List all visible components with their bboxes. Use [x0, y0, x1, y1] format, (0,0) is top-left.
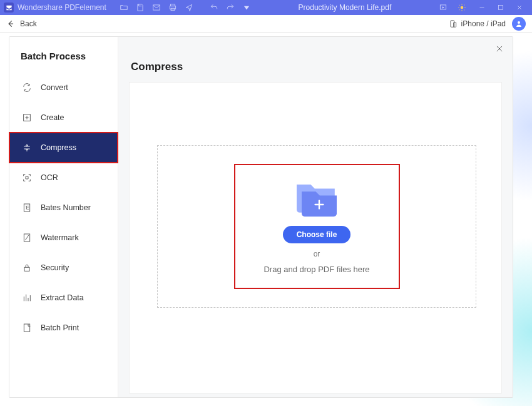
dropdown-icon[interactable]	[239, 1, 254, 14]
sidebar: Batch Process Convert Create Compress OC…	[9, 37, 118, 397]
window-controls	[473, 1, 528, 14]
share-icon[interactable]	[182, 1, 197, 14]
folder-plus-icon	[292, 180, 342, 220]
minimize-button[interactable]	[473, 1, 491, 14]
svg-rect-3	[171, 8, 175, 11]
drop-zone[interactable]: Choose file or Drag and drop PDF files h…	[157, 145, 476, 308]
svg-rect-1	[170, 4, 175, 6]
devices-icon	[449, 19, 458, 28]
page-title: Compress	[118, 37, 513, 82]
sidebar-item-create[interactable]: Create	[9, 103, 118, 133]
sidebar-item-label: Extract Data	[41, 293, 84, 302]
sidebar-item-bates[interactable]: Bates Number	[9, 193, 118, 223]
undo-icon[interactable]	[207, 1, 222, 14]
sidebar-item-label: Compress	[41, 143, 76, 152]
compress-icon	[22, 143, 32, 153]
compress-card: Choose file or Drag and drop PDF files h…	[129, 82, 502, 393]
device-label: iPhone / iPad	[461, 19, 506, 28]
sidebar-item-batch-print[interactable]: Batch Print	[9, 313, 118, 343]
user-avatar[interactable]	[512, 17, 526, 31]
app-logo-icon	[4, 3, 14, 13]
sidebar-item-security[interactable]: Security	[9, 253, 118, 283]
redo-icon[interactable]	[223, 1, 238, 14]
window-titlebar: Wondershare PDFelement Productivity Mode…	[0, 0, 532, 15]
sidebar-item-label: Bates Number	[41, 203, 91, 212]
device-switch-button[interactable]: iPhone / iPad	[449, 19, 506, 28]
close-icon	[495, 44, 504, 53]
lock-icon	[22, 263, 32, 273]
bates-icon	[22, 203, 32, 213]
drop-zone-highlight: Choose file or Drag and drop PDF files h…	[234, 164, 400, 289]
stage: Batch Process Convert Create Compress OC…	[0, 33, 532, 406]
back-label: Back	[20, 19, 37, 28]
mail-icon[interactable]	[149, 1, 164, 14]
watermark-icon	[22, 233, 32, 243]
user-icon	[515, 20, 523, 28]
svg-rect-11	[24, 204, 29, 211]
close-panel-button[interactable]	[494, 43, 505, 54]
sidebar-item-watermark[interactable]: Watermark	[9, 223, 118, 253]
svg-rect-13	[24, 267, 29, 271]
svg-point-5	[461, 6, 464, 9]
print-icon[interactable]	[165, 1, 180, 14]
svg-point-9	[518, 21, 520, 24]
convert-icon	[22, 83, 32, 93]
titlebar-history-group	[207, 1, 254, 14]
sidebar-item-convert[interactable]: Convert	[9, 73, 118, 103]
main-content: Compress Choose file or Drag and drop PD…	[118, 37, 513, 397]
close-window-button[interactable]	[511, 1, 528, 14]
document-title-label: Productivity Modern Life.pdf	[299, 3, 392, 12]
sidebar-item-label: Convert	[41, 83, 68, 92]
theme-icon[interactable]	[454, 1, 469, 14]
svg-rect-14	[24, 324, 29, 332]
sidebar-item-label: Batch Print	[41, 323, 79, 332]
or-label: or	[314, 250, 320, 258]
sidebar-title: Batch Process	[9, 37, 118, 73]
sidebar-item-label: Watermark	[41, 233, 79, 242]
sidebar-item-label: OCR	[41, 173, 58, 182]
maximize-button[interactable]	[492, 1, 509, 14]
batch-print-icon	[22, 323, 32, 333]
create-icon	[22, 113, 32, 123]
sidebar-item-extract[interactable]: Extract Data	[9, 283, 118, 313]
folder-open-icon[interactable]	[116, 1, 131, 14]
arrow-left-icon	[6, 19, 15, 28]
ocr-icon	[22, 173, 32, 183]
svg-rect-0	[153, 5, 160, 10]
choose-file-button[interactable]: Choose file	[283, 226, 351, 243]
drag-drop-label: Drag and drop PDF files here	[263, 265, 369, 274]
present-icon[interactable]	[436, 1, 451, 14]
sidebar-item-ocr[interactable]: OCR	[9, 163, 118, 193]
svg-rect-6	[499, 6, 503, 10]
back-button[interactable]: Back	[6, 19, 37, 28]
batch-panel: Batch Process Convert Create Compress OC…	[9, 36, 513, 398]
sidebar-item-label: Security	[41, 263, 69, 272]
titlebar-file-group	[116, 1, 197, 14]
save-icon[interactable]	[133, 1, 148, 14]
sidebar-item-compress[interactable]: Compress	[9, 133, 118, 163]
titlebar-center: Productivity Modern Life.pdf	[258, 3, 432, 12]
extract-data-icon	[22, 293, 32, 303]
svg-rect-8	[453, 22, 456, 27]
sidebar-item-label: Create	[41, 113, 64, 122]
navigation-bar: Back iPhone / iPad	[0, 15, 532, 33]
app-name-label: Wondershare PDFelement	[18, 3, 106, 12]
